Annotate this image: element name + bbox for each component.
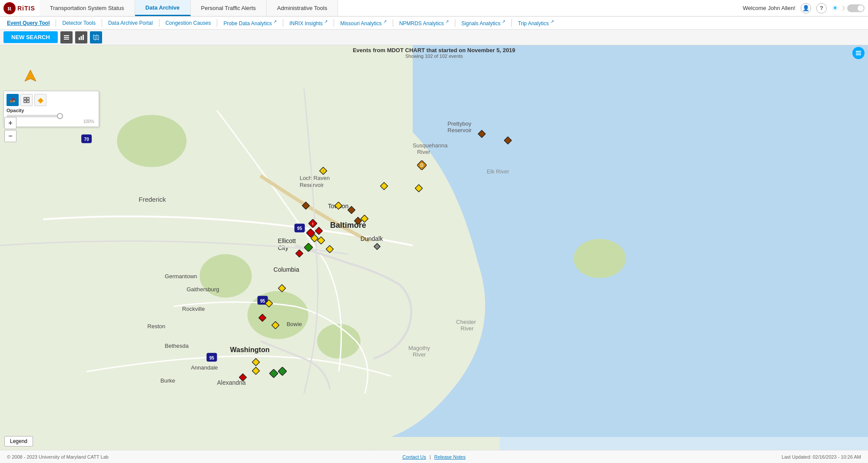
toggle-area: ☀ ☽ <box>832 4 865 12</box>
divider <box>159 19 159 27</box>
map-marker[interactable] <box>304 243 313 253</box>
svg-rect-10 <box>856 51 861 52</box>
map-menu-btn[interactable] <box>852 47 865 59</box>
sun-icon: ☀ <box>832 4 838 12</box>
zoom-out-btn[interactable]: − <box>4 130 17 142</box>
map-marker[interactable] <box>302 202 310 211</box>
svg-text:!: ! <box>323 170 324 173</box>
footer-release-link[interactable]: Release Notes <box>434 454 466 460</box>
map-marker[interactable] <box>380 182 388 191</box>
divider <box>511 19 512 27</box>
svg-point-20 <box>248 291 308 339</box>
svg-text:Burke: Burke <box>160 377 175 384</box>
sub-nav-data-archive-portal[interactable]: Data Archive Portal <box>105 20 156 26</box>
svg-rect-77 <box>326 246 334 253</box>
map-marker[interactable] <box>265 300 273 309</box>
svg-rect-87 <box>252 367 260 375</box>
logo-area: R RiTIS <box>3 2 35 14</box>
map-view-btn[interactable] <box>90 31 102 43</box>
opacity-slider-container <box>7 115 96 117</box>
sub-nav-missouri[interactable]: Missouri Analytics ↗ <box>337 19 390 27</box>
sub-nav-signals[interactable]: Signals Analytics ↗ <box>458 19 509 27</box>
divider <box>455 19 455 27</box>
layer-diamond-btn[interactable]: ◆ <box>34 94 46 106</box>
map-marker[interactable] <box>252 367 260 376</box>
svg-rect-82 <box>311 235 318 242</box>
svg-rect-2 <box>64 35 69 36</box>
map-marker[interactable] <box>504 137 512 146</box>
map-marker[interactable] <box>278 284 286 293</box>
map-marker[interactable] <box>239 373 247 383</box>
map-marker[interactable]: D <box>417 160 427 171</box>
opacity-label: Opacity <box>7 108 96 113</box>
svg-rect-76 <box>318 237 325 244</box>
help-icon-btn[interactable]: ? <box>816 3 827 13</box>
svg-rect-64 <box>24 100 26 103</box>
svg-rect-88 <box>239 374 247 381</box>
map-marker[interactable] <box>326 245 334 254</box>
svg-text:River: River <box>413 351 426 358</box>
svg-text:Frederick: Frederick <box>139 196 166 203</box>
svg-rect-79 <box>296 250 303 257</box>
map-marker[interactable]: ! <box>319 167 327 176</box>
tab-personal-traffic[interactable]: Personal Traffic Alerts <box>191 0 267 16</box>
map-marker[interactable] <box>311 234 318 243</box>
sub-nav-probe-data[interactable]: Probe Data Analytics ↗ <box>220 19 280 27</box>
svg-rect-83 <box>278 285 286 292</box>
map-container[interactable]: Events from MDOT CHART that started on N… <box>0 45 868 450</box>
map-marker[interactable] <box>258 314 266 323</box>
layer-heatmap-btn[interactable] <box>7 94 19 106</box>
map-marker[interactable] <box>278 367 287 377</box>
list-view-btn[interactable] <box>60 31 73 43</box>
footer-contact-link[interactable]: Contact Us <box>402 454 426 460</box>
layer-grid-btn[interactable] <box>20 94 33 106</box>
svg-text:Annandale: Annandale <box>191 364 218 371</box>
sub-nav-inrix[interactable]: INRIX Insights ↗ <box>286 19 331 27</box>
map-marker[interactable] <box>415 184 423 193</box>
sub-nav-npmrds[interactable]: NPMRDS Analytics ↗ <box>396 19 452 27</box>
map-marker[interactable] <box>252 358 260 367</box>
svg-text:Gaithersburg: Gaithersburg <box>186 286 219 293</box>
sub-nav-trip[interactable]: Trip Analytics ↗ <box>514 19 557 27</box>
legend-button[interactable]: Legend <box>4 436 33 446</box>
svg-text:Rockville: Rockville <box>182 306 205 312</box>
map-marker[interactable] <box>348 206 355 215</box>
svg-point-22 <box>573 239 626 278</box>
bar-chart-btn[interactable] <box>75 31 87 43</box>
svg-rect-62 <box>24 97 26 100</box>
svg-text:Magothy: Magothy <box>408 345 430 351</box>
footer-center: Contact Us | Release Notes <box>402 454 465 460</box>
zoom-controls: + − <box>4 117 17 142</box>
svg-rect-5 <box>79 37 80 40</box>
copyright-text: © 2008 - 2023 University of Maryland CAT… <box>7 454 109 460</box>
svg-text:Bowie: Bowie <box>287 321 302 327</box>
zoom-in-btn[interactable]: + <box>4 117 17 129</box>
last-updated-value: 02/16/2023 - 10:26 AM <box>813 454 861 460</box>
user-icon-btn[interactable]: 👤 <box>801 3 811 13</box>
map-marker[interactable] <box>272 321 279 330</box>
map-marker[interactable] <box>374 243 381 251</box>
sub-nav-detector-tools[interactable]: Detector Tools <box>59 20 99 26</box>
sub-nav-congestion-causes[interactable]: Congestion Causes <box>162 20 215 26</box>
tab-data-archive[interactable]: Data Archive <box>135 0 191 16</box>
map-marker[interactable] <box>269 369 278 379</box>
map-marker[interactable] <box>335 202 342 211</box>
svg-rect-78 <box>304 243 313 252</box>
map-marker[interactable] <box>478 130 486 139</box>
footer-right: Last Updated: 02/16/2023 - 10:26 AM <box>782 454 861 460</box>
theme-toggle[interactable] <box>847 4 865 12</box>
map-marker[interactable] <box>295 250 303 259</box>
svg-marker-66 <box>25 70 36 81</box>
logo-icon: R <box>3 2 16 14</box>
sub-nav-event-query[interactable]: Event Query Tool <box>3 20 53 26</box>
divider <box>56 19 56 27</box>
svg-rect-73 <box>302 202 310 210</box>
tab-transportation[interactable]: Transportation System Status <box>40 0 135 16</box>
new-search-button[interactable]: NEW SEARCH <box>3 31 58 43</box>
svg-rect-65 <box>27 100 29 103</box>
map-marker[interactable] <box>361 215 368 224</box>
svg-text:R: R <box>7 5 12 12</box>
tab-admin-tools[interactable]: Administrative Tools <box>267 0 338 16</box>
svg-text:Prettyboy: Prettyboy <box>447 120 471 127</box>
svg-rect-91 <box>252 359 260 366</box>
